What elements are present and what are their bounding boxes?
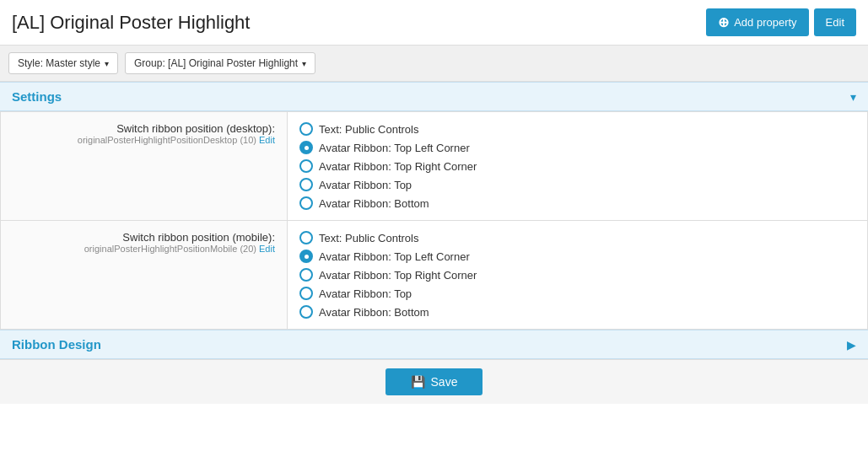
group-label: Group: [AL] Original Poster Highlight [134, 57, 298, 69]
radio-unchecked-icon[interactable] [299, 178, 313, 191]
plus-icon: ⊕ [718, 14, 729, 30]
radio-label: Avatar Ribbon: Top Right Corner [319, 269, 477, 282]
radio-option[interactable]: Avatar Ribbon: Top [299, 178, 855, 191]
field-meta: originalPosterHighlightPositionDesktop (… [13, 135, 275, 145]
save-bar: 💾 Save [0, 359, 868, 404]
style-dropdown[interactable]: Style: Master style ▾ [8, 52, 118, 74]
field-label: Switch ribbon position (desktop): [13, 122, 275, 135]
group-caret-icon: ▾ [302, 59, 306, 68]
settings-section-header[interactable]: Settings ▾ [0, 82, 868, 111]
radio-unchecked-icon[interactable] [299, 287, 313, 300]
radio-checked-icon[interactable] [299, 141, 313, 154]
radio-label: Text: Public Controls [319, 123, 419, 136]
settings-title: Settings [12, 89, 62, 104]
radio-option[interactable]: Avatar Ribbon: Top [299, 287, 855, 300]
radio-option[interactable]: Avatar Ribbon: Bottom [299, 196, 855, 210]
style-label: Style: Master style [18, 57, 100, 69]
settings-table: Switch ribbon position (desktop): origin… [0, 111, 868, 330]
ribbon-title: Ribbon Design [12, 337, 101, 352]
edit-button[interactable]: Edit [814, 8, 856, 36]
page-header: [AL] Original Poster Highlight ⊕ Add pro… [0, 0, 868, 45]
radio-label: Avatar Ribbon: Bottom [319, 197, 429, 210]
group-dropdown[interactable]: Group: [AL] Original Poster Highlight ▾ [125, 52, 315, 74]
save-icon: 💾 [411, 375, 425, 389]
settings-options-cell: Text: Public ControlsAvatar Ribbon: Top … [288, 221, 868, 330]
radio-label: Avatar Ribbon: Top Left Corner [319, 142, 470, 154]
radio-unchecked-icon[interactable] [299, 305, 313, 319]
settings-chevron-icon: ▾ [850, 90, 856, 104]
radio-option[interactable]: Text: Public Controls [299, 122, 855, 136]
radio-label: Avatar Ribbon: Top Left Corner [319, 250, 470, 263]
radio-option[interactable]: Avatar Ribbon: Top Right Corner [299, 159, 855, 173]
radio-option[interactable]: Avatar Ribbon: Top Left Corner [299, 250, 855, 263]
radio-unchecked-icon[interactable] [299, 231, 313, 244]
radio-unchecked-icon[interactable] [299, 196, 313, 210]
radio-label: Text: Public Controls [319, 232, 419, 244]
radio-label: Avatar Ribbon: Top [319, 179, 412, 191]
settings-label-cell: Switch ribbon position (mobile): origina… [1, 221, 288, 330]
radio-unchecked-icon[interactable] [299, 159, 313, 173]
radio-checked-icon[interactable] [299, 250, 313, 263]
radio-unchecked-icon[interactable] [299, 122, 313, 136]
ribbon-chevron-icon: ▶ [847, 338, 856, 352]
radio-option[interactable]: Avatar Ribbon: Top Right Corner [299, 268, 855, 282]
field-label: Switch ribbon position (mobile): [13, 231, 275, 244]
settings-label-cell: Switch ribbon position (desktop): origin… [1, 112, 288, 221]
toolbar: Style: Master style ▾ Group: [AL] Origin… [0, 45, 868, 82]
radio-option[interactable]: Text: Public Controls [299, 231, 855, 244]
radio-option[interactable]: Avatar Ribbon: Bottom [299, 305, 855, 319]
field-edit-link[interactable]: Edit [259, 135, 275, 145]
add-property-button[interactable]: ⊕ Add property [706, 8, 808, 36]
radio-label: Avatar Ribbon: Bottom [319, 306, 429, 319]
settings-options-cell: Text: Public ControlsAvatar Ribbon: Top … [288, 112, 868, 221]
radio-label: Avatar Ribbon: Top Right Corner [319, 160, 477, 173]
save-label: Save [431, 375, 458, 389]
settings-row: Switch ribbon position (mobile): origina… [1, 221, 868, 330]
add-property-label: Add property [734, 16, 796, 29]
style-caret-icon: ▾ [105, 59, 109, 68]
field-edit-link[interactable]: Edit [259, 244, 275, 254]
header-actions: ⊕ Add property Edit [706, 8, 856, 36]
radio-unchecked-icon[interactable] [299, 268, 313, 282]
radio-label: Avatar Ribbon: Top [319, 287, 412, 300]
page-title: [AL] Original Poster Highlight [12, 12, 250, 34]
radio-option[interactable]: Avatar Ribbon: Top Left Corner [299, 141, 855, 154]
save-button[interactable]: 💾 Save [385, 368, 483, 395]
settings-row: Switch ribbon position (desktop): origin… [1, 112, 868, 221]
ribbon-section-header[interactable]: Ribbon Design ▶ [0, 330, 868, 359]
field-meta: originalPosterHighlightPositionMobile (2… [13, 244, 275, 254]
